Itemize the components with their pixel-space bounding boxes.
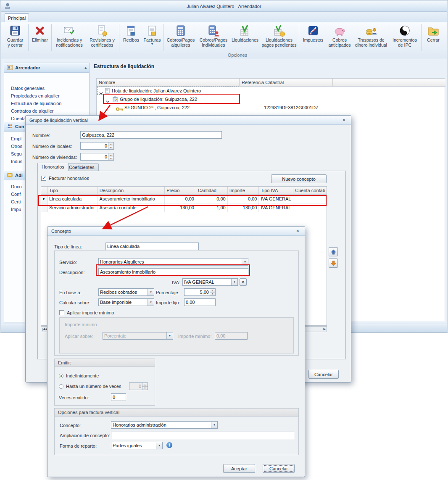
sidebar-section-arrendador[interactable]: Arrendador ▴ [4, 63, 89, 73]
sidebar-item[interactable]: Conf [11, 192, 21, 197]
cancel-button[interactable]: Cancelar [263, 464, 295, 473]
grid-row-linea-calculada[interactable]: ▶ Línea calculada Asesoramiento inmobili… [41, 195, 327, 203]
grid-header-precio[interactable]: Precio [165, 187, 196, 194]
sidebar-item[interactable]: Docu [11, 184, 22, 189]
pending-settlements-button[interactable]: Liquidaciones pagos pendientes [260, 23, 298, 48]
receipts-button[interactable]: Recibos [120, 23, 142, 43]
nombre-input[interactable]: Guipuzcoa, 222 [80, 131, 222, 139]
incidents-button[interactable]: Incidencias y notificaciones [53, 23, 86, 48]
veces-emitido-input[interactable]: 0 [111, 393, 126, 401]
chevron-down-icon[interactable]: ▾ [148, 289, 154, 295]
close-button[interactable]: Cerrar [422, 23, 444, 43]
grid-header-descripcion[interactable]: Descripción [98, 187, 165, 194]
servicio-select[interactable]: Honorarios Alquileres▾ [98, 258, 248, 266]
move-up-button[interactable] [329, 247, 338, 256]
chevron-down-icon[interactable]: ▾ [242, 258, 248, 265]
save-close-button[interactable]: Guardar y cerrar [3, 23, 27, 48]
calcular-sobre-select[interactable]: Base imponible▾ [98, 298, 154, 306]
descripcion-input[interactable]: Asesoramiento inmobiliario [98, 268, 248, 276]
grid-header-importe[interactable]: Importe [228, 187, 259, 194]
spin-up-icon[interactable]: ▴ [210, 289, 215, 293]
ribbon: Guardar y cerrar Eliminar Incidencias y … [1, 22, 447, 59]
facturar-honorarios-label: Facturar honorarios [49, 176, 89, 181]
settlements-icon [239, 24, 251, 37]
sidebar-item[interactable]: Indus [11, 159, 22, 164]
dialog-title: Grupo de liquidación vertical [29, 118, 88, 123]
spin-up-icon[interactable]: ▴ [108, 153, 113, 157]
spin-up-icon[interactable]: ▴ [108, 142, 113, 146]
tree-row-segundo[interactable]: SEGUNDO 2ª , Guipuzcoa, 222 1229819DF381… [97, 103, 445, 112]
ampliacion-concepto-input[interactable] [111, 432, 294, 439]
individual-payments-button[interactable]: Cobros/Pagos individuales [197, 23, 230, 48]
accept-button[interactable]: Aceptar [223, 464, 255, 473]
sidebar-item-estructura[interactable]: Estructura de liquidación [11, 101, 61, 106]
delete-button[interactable]: Eliminar [29, 23, 50, 43]
tab-coeficientes[interactable]: Coeficientes [65, 164, 99, 171]
spin-down-icon[interactable]: ▾ [108, 146, 113, 150]
sidebar-item-propiedades[interactable]: Propiedades en alquiler [11, 93, 60, 98]
indefinidamente-radio[interactable] [59, 374, 63, 378]
nuevo-concepto-button[interactable]: Nuevo concepto [271, 174, 327, 183]
column-header-empty[interactable] [333, 79, 445, 87]
aplicar-importe-minimo-label: Aplicar importe mínimo [67, 310, 114, 315]
grid-header-cuenta[interactable]: Cuenta contab [293, 187, 327, 194]
chevron-down-icon[interactable]: ▾ [148, 299, 154, 306]
rent-payments-button[interactable]: Cobros/Pagos alquileres [164, 23, 197, 48]
grid-row-servicio-administrador[interactable]: Servicio administrador Asesoría contable… [41, 203, 327, 212]
facturar-honorarios-checkbox[interactable] [41, 176, 46, 181]
taxes-button[interactable]: Impuestos [300, 23, 326, 43]
chevron-down-icon[interactable]: ▾ [211, 422, 217, 428]
sidebar-item-contratos[interactable]: Contratos de alquiler [11, 108, 54, 113]
tipo-linea-input[interactable]: Línea calculada [105, 243, 199, 250]
porcentaje-stepper[interactable]: 5,00 ▴▾ [184, 288, 216, 296]
tab-principal[interactable]: Principal [5, 13, 29, 22]
column-header-referencia[interactable]: Referencia Catastral [240, 79, 333, 87]
tab-honorarios[interactable]: Honorarios [37, 163, 69, 171]
chevron-down-icon[interactable]: ▾ [156, 442, 162, 449]
ipc-increase-button[interactable]: Incrementos de IPC [389, 23, 420, 48]
dialog-close-icon[interactable]: ✕ [295, 229, 301, 233]
sidebar-item[interactable]: Segu [11, 151, 22, 156]
info-icon[interactable]: i [166, 442, 172, 448]
spin-down-icon[interactable]: ▾ [108, 157, 113, 161]
locales-stepper[interactable]: 0 ▴▾ [80, 142, 114, 150]
importe-minimo-panel-title: Importe mínimo [65, 322, 97, 327]
grid-header-tipo-iva[interactable]: Tipo IVA [259, 187, 293, 194]
hasta-numero-veces-radio[interactable] [59, 384, 63, 389]
aplicar-importe-minimo-checkbox[interactable] [59, 310, 64, 315]
certificates-button[interactable]: Revisiones y certificados [86, 23, 118, 48]
column-header-nombre[interactable]: Nombre [97, 79, 240, 87]
sidebar-item-datos-generales[interactable]: Datos generales [11, 86, 45, 91]
sidebar-item[interactable]: Impu [11, 207, 21, 212]
sidebar-item[interactable]: Otros [11, 144, 22, 149]
invoices-icon [146, 24, 158, 37]
forma-reparto-label: Forma de reparto: [60, 443, 97, 448]
en-base-select[interactable]: Recibos cobrados▾ [98, 288, 154, 296]
tree-row-hoja-liquidacion[interactable]: Hoja de liquidación: Julian Alvarez Quin… [97, 87, 445, 95]
importe-fijo-input[interactable]: 0,00 [184, 298, 216, 306]
tree-row-grupo-liquidacion[interactable]: Grupo de liquidación: Guipuzcoa, 222 [97, 95, 445, 103]
advance-payments-button[interactable]: Cobros anticipados [326, 23, 353, 48]
iva-select[interactable]: IVA GENERAL▾ [182, 278, 238, 286]
dialog-close-icon[interactable]: ✕ [341, 118, 347, 122]
settlements-button[interactable]: Liquidaciones [230, 23, 260, 43]
grid-header-cantidad[interactable]: Cantidad [196, 187, 228, 194]
clear-iva-button[interactable]: ✕ [240, 278, 247, 286]
page-title: Estructura de liquidación [94, 63, 154, 69]
invoices-button[interactable]: Facturas ▾ [142, 23, 162, 46]
first-record-icon[interactable]: |◀◀ [42, 327, 47, 331]
viviendas-stepper[interactable]: 0 ▴▾ [80, 153, 114, 161]
grid-header-tipo[interactable]: Tipo [47, 187, 98, 194]
sidebar-item[interactable]: Certi [11, 199, 21, 204]
chevron-down-icon[interactable]: ▾ [231, 279, 237, 285]
money-transfer-button[interactable]: Traspasos de dinero individual [353, 23, 389, 48]
forma-reparto-select[interactable]: Partes iguales▾ [111, 442, 163, 449]
spin-down-icon[interactable]: ▾ [210, 293, 215, 296]
ribbon-separator [51, 24, 52, 51]
scroll-right-icon[interactable]: ▶ [324, 327, 326, 331]
cancel-button[interactable]: Cancelar [308, 370, 339, 379]
concepto-select[interactable]: Honorarios administración▾ [111, 421, 218, 429]
collapse-chevron-icon: ▴ [84, 66, 87, 70]
move-down-button[interactable] [329, 258, 338, 268]
sidebar-item[interactable]: Empl [11, 136, 21, 141]
